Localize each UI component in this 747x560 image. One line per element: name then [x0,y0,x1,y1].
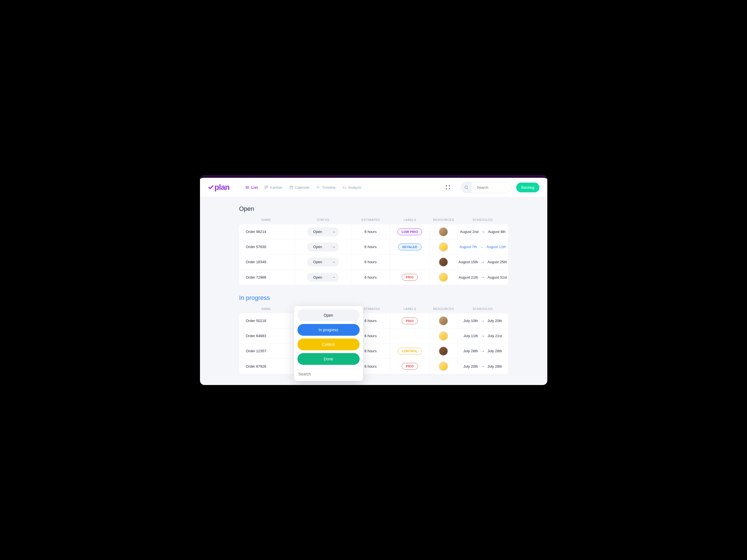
status-label: Open [307,228,328,236]
schedule-start: August 15th [459,260,478,264]
view-calendar[interactable]: Calender [289,185,310,190]
data-table: Order 50218In progress→6 hoursPRIOJuly 1… [239,313,508,374]
label-chip[interactable]: DEYALED [398,244,421,250]
cell-name[interactable]: Order 72986 [239,270,295,285]
schedule-start: August 21th [459,275,478,279]
cell-resources [430,239,458,254]
search-input[interactable] [472,183,511,192]
schedule-start: July 10th [463,319,478,323]
cell-resources [430,313,458,328]
schedule-start: July 20th [463,364,478,369]
svg-rect-7 [267,186,268,188]
avatar[interactable] [439,316,448,326]
label-chip[interactable]: PRIO [402,363,418,370]
cell-scheduled: July 20th→July 28th [458,359,508,374]
label-chip[interactable]: PRIO [402,274,418,281]
arrow-right-icon: → [481,319,485,323]
arrow-right-icon: → [480,245,484,249]
col-header-scheduled: SCHEDULED [458,218,508,221]
avatar[interactable] [439,362,448,371]
status-pill[interactable]: Open→ [307,273,339,282]
cell-name[interactable]: Order 18349 [239,255,295,269]
cell-estimated: 6 hours [351,224,390,239]
section-title: In progress [239,294,508,301]
status-pill[interactable]: Open→ [307,228,339,236]
search-icon [461,182,472,193]
svg-point-3 [246,186,247,187]
view-kanban[interactable]: Kanban [264,185,283,190]
cell-name[interactable]: Order 87926 [239,359,295,374]
dropdown-option-open[interactable]: Open [298,310,360,321]
label-chip[interactable]: PRIO [402,318,418,324]
cell-estimated: 6 hours [351,255,390,269]
schedule-start: July 11th [464,334,478,338]
schedule-end: August 31st [488,275,507,279]
avatar[interactable] [439,257,448,267]
status-pill[interactable]: Open→ [307,258,339,267]
avatar[interactable] [439,272,448,282]
view-analysis[interactable]: Analysis [342,185,361,190]
col-header-resources: RESOURCES [430,218,458,221]
table-row: Order 72986Open→6 hoursPRIOAugust 21th→A… [239,270,508,285]
list-icon [246,185,250,189]
arrow-right-icon: → [481,260,485,264]
cell-name[interactable]: Order 50218 [239,313,295,328]
cell-labels: LOW PRIO [390,224,430,239]
cell-status: Open→ [295,270,351,285]
table-row: Order 98214Open→6 hoursLOW PRIOAugust 2n… [239,224,508,239]
view-calendar-label: Calender [295,185,310,190]
svg-rect-8 [290,186,293,189]
cell-labels: PRIO [390,313,430,328]
section-title: Open [239,205,508,213]
label-chip[interactable]: LOW PRIO [397,229,422,235]
status-dropdown: Open In progress Control Done [294,306,363,381]
label-chip[interactable]: CONTROL [398,348,422,354]
view-list-label: List [251,185,258,190]
backlog-button[interactable]: Backlog [516,183,539,192]
cell-scheduled: July 11th→July 21st [458,328,508,343]
dropdown-search-input[interactable] [298,369,360,377]
logo-check-icon [208,184,214,190]
cell-resources [430,270,458,285]
arrow-right-icon: → [328,242,339,251]
view-timeline[interactable]: Timeline [316,185,336,190]
col-header-scheduled: SCHEDULED [458,307,508,311]
cell-name[interactable]: Order 64983 [239,328,295,343]
svg-point-5 [246,188,247,189]
status-pill[interactable]: Open→ [307,242,339,251]
view-list[interactable]: List [246,185,258,190]
arrow-right-icon: → [481,334,485,338]
cell-name[interactable]: Order 57630 [239,239,295,254]
cell-estimated: 6 hours [351,270,390,285]
status-label: Open [307,258,328,266]
table-row: Order 64983In progress→6 hoursJuly 11th→… [239,328,508,344]
avatar[interactable] [439,227,448,237]
table-header: NAMESTATUSESTIMATEDLABELSRESOURCESSCHEDU… [239,215,508,224]
status-label: Open [307,273,328,282]
view-kanban-label: Kanban [270,185,283,190]
dropdown-option-done[interactable]: Done [298,353,360,365]
timeline-icon [316,185,320,189]
table-row: Order 50218In progress→6 hoursPRIOJuly 1… [239,313,508,328]
schedule-end: August 25th [488,260,507,264]
avatar[interactable] [439,242,448,252]
svg-point-4 [246,187,247,188]
cell-labels: PRIO [390,270,430,285]
cell-scheduled: July 28th→July 28th [458,344,508,358]
avatar[interactable] [439,331,448,341]
arrow-right-icon: → [328,228,339,236]
logo-text: plan [214,183,230,192]
cell-name[interactable]: Order 98214 [239,224,295,239]
kanban-icon [264,185,268,189]
dropdown-option-control[interactable]: Control [298,339,360,350]
table-header: NAMESTATUSESTIMATEDLABELSRESOURCESSCHEDU… [239,304,508,313]
col-header-name: NAME [239,307,295,311]
cell-labels: CONTROL [390,344,430,358]
fullscreen-icon[interactable] [446,185,450,190]
avatar[interactable] [439,346,448,356]
cell-scheduled: August 15th→August 25th [458,255,508,269]
cell-name[interactable]: Order 12357 [239,344,295,358]
dropdown-option-inprogress[interactable]: In progress [298,324,360,336]
col-header-resources: RESOURCES [430,307,458,311]
search-box [461,182,511,193]
